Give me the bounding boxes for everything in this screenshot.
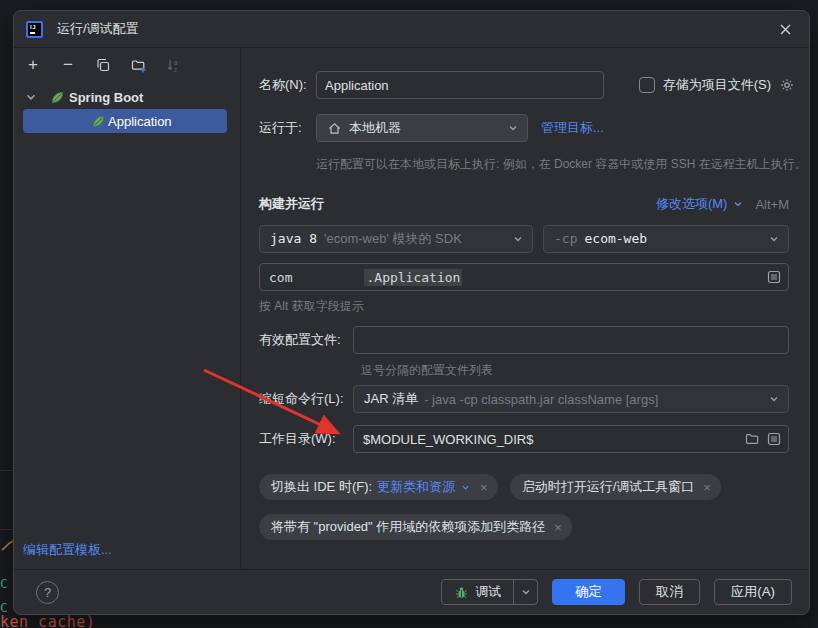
chevron-down-icon [507,122,519,134]
profiles-label: 有效配置文件: [259,331,353,349]
main-class-row: com .Application [259,263,789,291]
folder-icon[interactable] [744,431,760,447]
chevron-down-icon [768,233,780,245]
run-target-select[interactable]: 本地机器 [316,114,528,142]
profiles-input[interactable] [353,326,789,354]
browse-list-icon[interactable] [766,269,782,285]
chevron-down-icon [768,393,780,405]
modify-options-shortcut: Alt+M [755,197,789,212]
main-class-prefix: com [269,270,292,285]
browse-list-icon[interactable] [766,431,782,447]
dialog-title: 运行/调试配置 [57,20,139,38]
help-glyph: ? [44,585,51,600]
cancel-button[interactable]: 取消 [639,579,700,605]
workdir-input[interactable]: $MODULE_WORKING_DIR$ [353,425,789,453]
jdk-desc: 'ecom-web' 模块的 SDK [324,230,462,248]
chip-close-icon[interactable]: × [480,480,488,495]
configurations-tree: Spring Boot Application [14,81,240,133]
profiles-row: 有效配置文件: [259,326,789,354]
option-chips-row-2: 将带有 "provided" 作用域的依赖项添加到类路径 × [259,514,572,540]
name-label: 名称(N): [259,76,316,94]
classpath-module-select[interactable]: -cp ecom-web [543,225,789,253]
new-folder-icon[interactable] [129,56,147,74]
run-debug-configurations-dialog: IJ 运行/调试配置 + − az Spring Boot [13,10,810,615]
dialog-titlebar: IJ 运行/调试配置 [14,11,809,48]
chip-open-tool-window[interactable]: 启动时打开运行/调试工具窗口 × [510,474,721,500]
svg-text:z: z [174,66,177,73]
home-icon [327,121,342,136]
configurations-sidebar: + − az Spring Boot Application 编辑配置模 [14,49,241,569]
run-on-label: 运行于: [259,119,316,137]
store-as-project-file-checkbox[interactable] [639,77,655,93]
gear-icon[interactable] [779,77,795,93]
intellij-logo-icon: IJ [26,21,43,38]
chip-provided-scope[interactable]: 将带有 "provided" 作用域的依赖项添加到类路径 × [259,514,572,540]
run-target-value: 本地机器 [349,119,401,137]
bg-code-line: ken_cache) [0,613,95,628]
run-on-hint: 运行配置可以在本地或目标上执行: 例如，在 Docker 容器中或使用 SSH … [316,156,807,173]
copy-configuration-icon[interactable] [94,56,112,74]
bg-code-char: C [0,576,8,591]
debug-more-options-icon[interactable] [513,580,537,604]
dialog-footer: ? 调试 确定 取消 应用(A) [14,569,809,614]
sidebar-toolbar: + − az [14,49,240,81]
chip-label: 将带有 "provided" 作用域的依赖项添加到类路径 [271,518,545,536]
chip-close-icon[interactable]: × [554,520,562,535]
spring-boot-icon [91,114,106,129]
debug-button[interactable]: 调试 [442,580,513,604]
chip-on-ide-switch[interactable]: 切换出 IDE 时(F): 更新类和资源 × [259,474,498,500]
chevron-down-icon [24,90,38,104]
build-run-section-title: 构建并运行 [259,195,324,213]
tree-group-spring-boot[interactable]: Spring Boot [14,85,240,109]
chip-label: 启动时打开运行/调试工具窗口 [522,478,695,496]
bg-panel-divider [0,529,14,530]
shorten-cmdline-desc: - java -cp classpath.jar className [args… [424,392,658,407]
shorten-cmdline-select[interactable]: JAR 清单 - java -cp classpath.jar classNam… [353,385,789,413]
shorten-cmdline-value: JAR 清单 [364,390,418,408]
close-icon[interactable] [773,17,797,41]
run-on-row: 运行于: 本地机器 管理目标... [259,114,799,142]
main-class-input[interactable]: com .Application [259,263,789,291]
shorten-cmdline-label: 缩短命令行(L): [259,390,353,408]
jdk-select[interactable]: java 8 'ecom-web' 模块的 SDK [259,225,533,253]
sort-alphabetically-icon[interactable]: az [164,56,182,74]
profiles-hint: 逗号分隔的配置文件列表 [361,362,493,379]
debug-button-label: 调试 [475,583,501,601]
ok-button[interactable]: 确定 [552,579,625,605]
edit-configuration-templates-link[interactable]: 编辑配置模板... [23,541,112,559]
manage-targets-link[interactable]: 管理目标... [541,119,604,137]
remove-configuration-icon[interactable]: − [59,56,77,74]
chip-update-link[interactable]: 更新类和资源 [377,478,455,496]
bug-icon [454,585,469,600]
chevron-down-icon [512,233,524,245]
tree-item-application[interactable]: Application [23,109,227,133]
main-class-suffix: .Application [364,269,462,286]
workdir-label: 工作目录(W): [259,430,353,448]
help-icon[interactable]: ? [36,581,59,604]
apply-button[interactable]: 应用(A) [714,579,792,605]
debug-split-button[interactable]: 调试 [441,579,538,605]
tree-item-label: Application [108,114,172,129]
workdir-value: $MODULE_WORKING_DIR$ [363,432,533,447]
chip-close-icon[interactable]: × [703,480,711,495]
jdk-value: java 8 [270,231,317,246]
modify-options-link[interactable]: 修改选项(M) [656,195,728,213]
workdir-row: 工作目录(W): $MODULE_WORKING_DIR$ [259,425,789,453]
configuration-form: 名称(N): 存储为项目文件(S) 运行于: 本地机器 管理目标... 运行配置… [242,49,809,569]
bg-panel-divider [0,470,14,471]
store-as-project-file-label: 存储为项目文件(S) [663,76,771,94]
jdk-classpath-row: java 8 'ecom-web' 模块的 SDK -cp ecom-web [259,224,789,253]
spring-boot-icon [50,90,65,105]
chevron-down-icon [460,482,471,493]
svg-text:a: a [174,59,178,66]
add-configuration-icon[interactable]: + [24,56,42,74]
build-run-header: 构建并运行 修改选项(M) Alt+M [259,194,789,214]
store-project-row: 存储为项目文件(S) [639,71,795,99]
chevron-down-icon[interactable] [732,198,744,210]
footer-buttons: 调试 确定 取消 应用(A) [441,579,792,605]
classpath-value: ecom-web [584,231,647,246]
name-input[interactable] [316,71,604,99]
shorten-cmdline-row: 缩短命令行(L): JAR 清单 - java -cp classpath.ja… [259,385,789,413]
classpath-prefix: -cp [554,231,577,246]
chip-label: 切换出 IDE 时(F): [271,478,372,496]
